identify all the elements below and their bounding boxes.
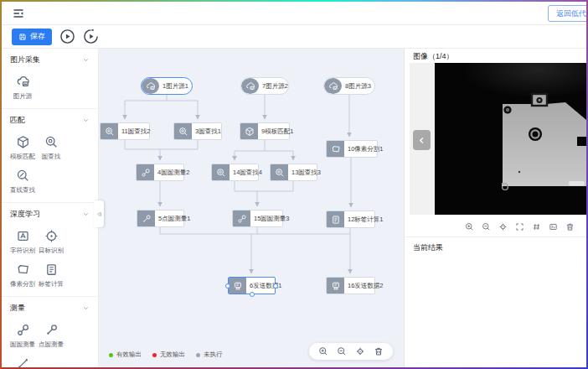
legend-label: 有效输出 [116,351,142,359]
node-image-source-1[interactable]: 1图片源1 [141,77,193,95]
section-header-image-capture[interactable]: 图片采集 [10,55,90,65]
run-once-button[interactable] [83,29,99,44]
node-label: 13圆查找3 [288,164,324,180]
grid-icon[interactable] [532,222,541,231]
node-label: 10像素分割1 [344,141,387,157]
sidebar-item-point-point-measure[interactable]: 点点测量 [10,356,35,367]
gray-dot [196,353,200,357]
sidebar-item-point-circle-measure[interactable]: 点圆测量 [39,323,64,349]
sidebar-item-ocr[interactable]: 字符识别 [10,229,35,255]
locate-icon[interactable] [498,222,508,231]
node-pixel-segment-1[interactable]: 10像素分割1 [326,140,378,158]
ocr-icon [16,229,30,243]
legend-valid-output: 有效输出 [109,351,142,359]
magnifier-circle-icon [174,123,192,139]
legend-label: 无效输出 [160,351,185,359]
canvas-zoom-controls [309,343,393,360]
sidebar-item-template-match[interactable]: 模板匹配 [10,135,35,161]
connection-handle-bottom[interactable] [250,292,255,297]
sidebar-item-image-source[interactable]: 图片源 [10,75,35,101]
top-header: 返回低代 [2,2,586,25]
fullscreen-icon[interactable] [515,222,524,231]
node-circle-find-2[interactable]: 11圆查找2 [100,122,150,140]
circle-circle-icon [137,164,154,180]
trash-icon[interactable] [374,346,384,356]
section-title: 测量 [10,303,25,314]
prev-image-button[interactable] [413,130,431,150]
sidebar-item-object-detect[interactable]: 目标识别 [39,229,64,255]
collapse-menu-icon[interactable] [12,7,25,20]
device-icon [229,278,246,294]
magnifier-circle-icon [271,164,288,180]
node-label: 14圆查找4 [230,164,266,180]
node-circle-find-1[interactable]: 3圆查找1 [173,122,222,140]
save-icon [18,33,27,41]
sidebar-item-circle-circle-measure[interactable]: 圆圆测量 [10,323,35,349]
connection-handle-left[interactable] [225,283,230,288]
circle-circle-icon [16,323,30,337]
node-send-data-1[interactable]: 6发送数据1 [228,277,276,294]
run-icon [59,29,75,44]
node-circle-find-4[interactable]: 14圆查找4 [211,164,259,181]
tool-sidebar: 图片采集 图片源 匹配 模板匹配 [2,49,99,367]
status-legend: 有效输出 无效输出 未执行 [109,351,223,359]
section-header-deep-learning[interactable]: 深度学习 [10,209,90,220]
point-point-icon [16,356,30,367]
sidebar-section-deep-learning: 深度学习 字符识别 目标识别 像素分割 标签计算 [2,203,98,297]
node-point-circle-measure-1[interactable]: 5点圆测量1 [137,210,184,227]
sidebar-collapse-handle[interactable] [94,200,104,227]
panel-divider [405,236,586,237]
node-label: 4圆圆测量2 [154,164,193,180]
node-circle-circle-measure-2[interactable]: 4圆圆测量2 [136,164,184,181]
zoom-in-icon[interactable] [465,222,474,231]
device-icon [327,278,344,294]
collapse-panel-icon [95,210,103,218]
node-label: 5点圆测量1 [155,210,193,226]
image-panel: 图像（1/4） [404,49,586,367]
zoom-out-icon[interactable] [337,346,347,356]
node-circle-find-3[interactable]: 13圆查找3 [270,164,317,181]
chevron-down-icon [82,56,90,64]
node-template-match-1[interactable]: 9模板匹配1 [240,122,290,140]
chevron-down-icon [82,117,90,124]
toolbar: 保存 [2,25,586,49]
camera-image[interactable] [435,63,586,215]
node-send-data-2[interactable]: 16发送数据2 [326,277,375,294]
magnifier-circle-icon [101,123,118,139]
item-label: 模板匹配 [10,153,35,161]
item-label: 字符识别 [10,247,35,255]
section-header-matching[interactable]: 匹配 [10,115,90,126]
sidebar-item-circle-find[interactable]: 圆查找 [39,135,64,161]
node-label: 8图片源3 [342,78,374,94]
section-header-measure[interactable]: 测量 [10,303,90,314]
sidebar-section-matching: 匹配 模板匹配 圆查找 直线查找 [2,109,98,203]
node-label: 1图片源1 [159,78,192,94]
node-label-calc-1[interactable]: 12标签计算1 [326,210,375,228]
circle-circle-icon [233,210,250,226]
sidebar-item-pixel-segment[interactable]: 像素分割 [10,262,35,288]
zoom-in-icon[interactable] [318,346,328,356]
sidebar-item-label-calc[interactable]: 标签计算 [39,262,64,288]
item-label: 目标识别 [39,247,64,255]
sidebar-section-image-capture: 图片采集 图片源 [2,49,98,109]
run-button[interactable] [59,29,75,44]
point-circle-icon [137,210,155,226]
sidebar-item-line-find[interactable]: 直线查找 [10,169,35,195]
connection-handle-right[interactable] [273,283,278,288]
locate-icon[interactable] [355,346,365,356]
magnifier-circle-icon [212,164,230,180]
fit-image-icon[interactable] [549,222,558,231]
trash-icon[interactable] [565,222,575,231]
save-button[interactable]: 保存 [12,29,52,45]
cube-icon [240,123,258,139]
cloud-image-icon [324,78,342,94]
item-label: 图片源 [13,92,33,101]
zoom-out-icon[interactable] [482,222,491,231]
node-image-source-2[interactable]: 7图片源2 [240,77,289,95]
node-circle-circle-measure-3[interactable]: 15圆圆测量3 [232,210,283,227]
back-to-lowcode-button[interactable]: 返回低代 [548,5,588,22]
flow-canvas[interactable]: 1图片源1 7图片源2 8图片源3 11圆查找2 3圆查找1 9模板匹配1 10… [99,49,404,367]
item-label: 像素分割 [10,280,35,288]
node-image-source-3[interactable]: 8图片源3 [323,77,375,95]
doc-icon [327,211,344,227]
